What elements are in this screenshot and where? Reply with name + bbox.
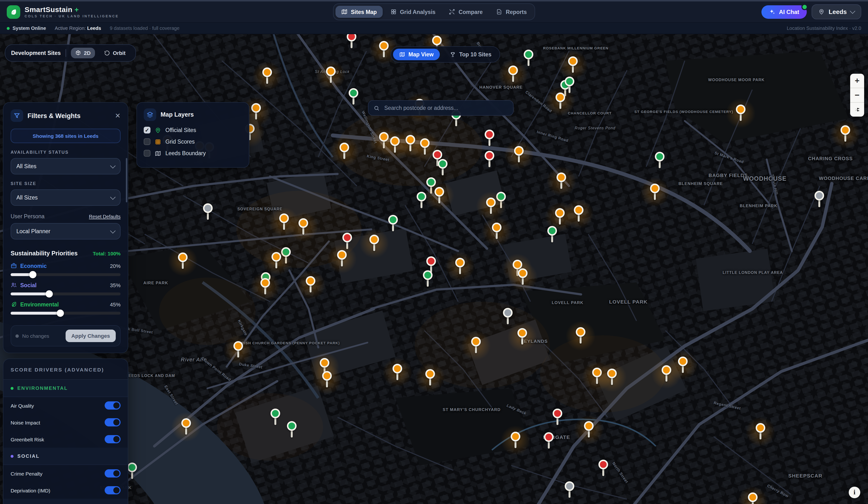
map-layers-panel: Map Layers ✓ Official Sites Grid Scores … bbox=[136, 102, 249, 168]
pin-dot bbox=[426, 256, 436, 266]
pin-dot bbox=[181, 418, 191, 428]
briefcase-icon bbox=[11, 263, 17, 269]
availability-select[interactable]: All Sites bbox=[11, 158, 121, 175]
reset-defaults-link[interactable]: Reset Defaults bbox=[89, 214, 121, 219]
apply-changes-row: No changes Apply Changes bbox=[11, 325, 121, 346]
results-count-badge: Showing 368 sites in Leeds bbox=[11, 129, 121, 143]
map-area-label: Roger Stevens Pond bbox=[575, 126, 615, 130]
slider-environmental: Environmental 45% bbox=[11, 301, 121, 315]
drivers-body: ENVIRONMENTALAir QualityNoise ImpactGree… bbox=[3, 380, 128, 504]
group-dot bbox=[11, 387, 13, 390]
persona-select[interactable]: Local Planner bbox=[11, 223, 121, 240]
pin-dot bbox=[756, 423, 765, 433]
layer-grid-scores[interactable]: Grid Scores bbox=[144, 138, 242, 145]
driver-row: Noise Impact bbox=[3, 414, 128, 431]
pin-dot bbox=[511, 432, 520, 441]
apply-changes-button[interactable]: Apply Changes bbox=[65, 329, 116, 342]
pin-dot bbox=[234, 341, 243, 351]
driver-toggle-on[interactable] bbox=[105, 418, 121, 427]
tab-reports[interactable]: Reports bbox=[490, 6, 533, 18]
driver-group-header: SOCIAL bbox=[3, 448, 128, 465]
slider-track[interactable] bbox=[11, 273, 121, 276]
zoom-out-button[interactable]: − bbox=[850, 88, 864, 103]
layer-official-sites[interactable]: ✓ Official Sites bbox=[144, 127, 242, 134]
top10-button[interactable]: Top 10 Sites bbox=[444, 49, 498, 60]
driver-toggle-on[interactable] bbox=[105, 486, 121, 494]
driver-toggle-on[interactable] bbox=[105, 469, 121, 477]
pin-dot bbox=[271, 252, 281, 262]
brand: SmartSustain + COLS TECH · UK LAND INTEL… bbox=[7, 5, 119, 19]
tab-compare[interactable]: Compare bbox=[443, 6, 488, 18]
slider-social: Social 35% bbox=[11, 282, 121, 295]
slider-knob[interactable] bbox=[56, 309, 64, 317]
slider-knob[interactable] bbox=[45, 290, 53, 297]
driver-label: Deprivation (IMD) bbox=[11, 487, 50, 493]
map-canvas[interactable]: {"" /* decorative */ && ""} ROSEBANK MIL… bbox=[0, 32, 868, 504]
map-area-label: AIRE PARK bbox=[143, 281, 168, 285]
slider-track[interactable] bbox=[11, 293, 121, 295]
datasets-status: 9 datasets loaded · full coverage bbox=[110, 25, 179, 31]
pin-dot bbox=[251, 103, 261, 113]
map-area-label: CHARING CROSS bbox=[808, 156, 853, 161]
site-size-select[interactable]: All Sizes bbox=[11, 189, 121, 206]
driver-toggle-on[interactable] bbox=[105, 401, 121, 410]
filters-title: Filters & Weights bbox=[28, 112, 111, 119]
checkbox-unchecked[interactable] bbox=[144, 150, 151, 157]
pin-dot bbox=[557, 172, 566, 182]
rotate-icon bbox=[104, 50, 110, 56]
tab-sites-map[interactable]: Sites Map bbox=[335, 6, 382, 18]
region-selector[interactable]: Leeds bbox=[812, 4, 861, 19]
layers-icon bbox=[144, 108, 156, 121]
map-area-label: LITTLE LONDON PLAY AREA bbox=[723, 271, 783, 275]
search-input[interactable] bbox=[383, 105, 508, 111]
pin-dot bbox=[420, 138, 430, 148]
pin-dot bbox=[518, 269, 528, 278]
ai-chat-online-badge bbox=[802, 3, 808, 10]
zoom-in-button[interactable]: + bbox=[850, 74, 864, 88]
pin-dot bbox=[434, 187, 444, 197]
driver-label: Noise Impact bbox=[11, 419, 40, 425]
driver-toggle-on[interactable] bbox=[105, 435, 121, 443]
ai-chat-button[interactable]: AI Chat bbox=[762, 5, 807, 19]
pin-dot bbox=[655, 152, 664, 161]
pin-dot bbox=[508, 65, 518, 75]
score-drivers-panel: SCORE DRIVERS (ADVANCED) ENVIRONMENTALAi… bbox=[3, 358, 128, 504]
pin-dot bbox=[306, 276, 316, 286]
map-view-button[interactable]: Map View bbox=[393, 49, 440, 60]
map-area-label: ST MARY'S CHURCHYARD bbox=[443, 407, 500, 412]
pin-dot bbox=[598, 460, 608, 469]
pin-dot bbox=[279, 213, 289, 223]
map-area-label: LOVELL PARK bbox=[552, 300, 583, 305]
compass-button[interactable] bbox=[850, 103, 864, 117]
layers-title: Map Layers bbox=[161, 111, 194, 118]
pin-dot bbox=[342, 233, 352, 242]
pin-dot bbox=[574, 205, 583, 215]
pin-dot bbox=[517, 328, 527, 338]
map-area-label: WOODHOUSE bbox=[743, 175, 786, 182]
pin-dot bbox=[388, 215, 398, 224]
pin-dot bbox=[322, 371, 332, 381]
map-area-label: SHEEPSCAR bbox=[788, 473, 823, 479]
close-icon[interactable]: ✕ bbox=[115, 112, 121, 119]
filters-sidebar: Filters & Weights ✕ Showing 368 sites in… bbox=[3, 102, 128, 504]
pin-dot bbox=[337, 250, 347, 260]
checkbox-unchecked[interactable] bbox=[144, 138, 151, 145]
users-icon bbox=[11, 282, 17, 288]
pin-dot bbox=[485, 151, 494, 160]
attribution-info-button[interactable]: i bbox=[849, 487, 860, 498]
filters-panel: Filters & Weights ✕ Showing 368 sites in… bbox=[3, 102, 128, 353]
pin-dot bbox=[544, 432, 554, 442]
pin-dot bbox=[492, 223, 502, 232]
pin-dot bbox=[565, 77, 574, 86]
checkbox-checked[interactable]: ✓ bbox=[144, 127, 151, 134]
map-mode-title: Development Sites bbox=[11, 50, 61, 56]
brand-plus: + bbox=[74, 5, 79, 13]
mode-2d-button[interactable]: 2D bbox=[71, 48, 95, 58]
orbit-button[interactable]: Orbit bbox=[100, 48, 130, 58]
layer-leeds-boundary[interactable]: Leeds Boundary bbox=[144, 150, 242, 157]
slider-track[interactable] bbox=[11, 312, 121, 315]
tab-grid-analysis[interactable]: Grid Analysis bbox=[384, 6, 441, 18]
pin-dot bbox=[393, 364, 402, 374]
slider-knob[interactable] bbox=[29, 271, 36, 278]
pin-dot bbox=[678, 357, 688, 366]
